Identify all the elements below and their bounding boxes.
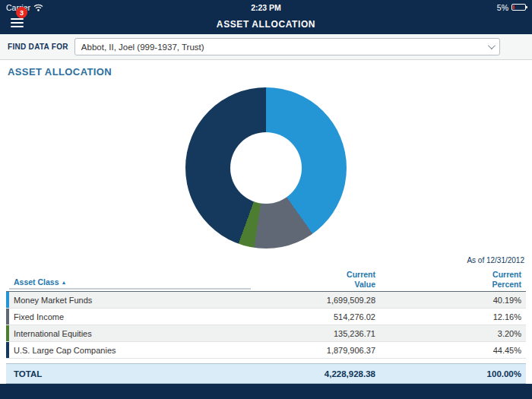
header-current-percent[interactable]: Current Percent [380,270,526,290]
table-row[interactable]: U.S. Large Cap Companies 1,879,906.37 44… [6,342,526,359]
chevron-down-icon [488,42,496,49]
find-data-bar: FIND DATA FOR Abbot, II, Joel (999-1937,… [0,34,532,60]
battery-percent-label: 5% [497,3,508,12]
sort-asc-icon: ▲ [62,280,67,285]
app-screen: Carrier 2:23 PM 5% 3 ASSET ALLOCATION [0,0,532,399]
current-percent-cell: 12.16% [380,309,526,325]
table-row[interactable]: International Equities 135,236.71 3.20% [6,325,526,342]
nav-bar: 3 ASSET ALLOCATION [0,14,532,34]
asset-class-cell: Money Market Funds [9,292,251,308]
total-percent: 100.00% [380,364,526,383]
find-data-label: FIND DATA FOR [8,43,68,51]
table-row[interactable]: Money Market Funds 1,699,509.28 40.19% [6,292,526,309]
section-heading: ASSET ALLOCATION [0,60,532,80]
total-row: TOTAL 4,228,928.38 100.00% [6,363,526,384]
current-percent-cell: 3.20% [380,325,526,341]
current-value-cell: 514,276.02 [251,309,380,325]
table-row[interactable]: Fixed Income 514,276.02 12.16% [6,309,526,325]
table-body: Money Market Funds 1,699,509.28 40.19% F… [6,292,526,359]
wifi-icon [33,4,43,11]
chart-area [0,80,532,256]
header-asset-class[interactable]: Asset Class▲ [9,277,251,290]
status-bar: Carrier 2:23 PM 5% [0,0,532,14]
current-percent-cell: 40.19% [380,292,526,308]
asset-allocation-table: Asset Class▲ Current Value Current Perce… [6,270,526,359]
donut-hole [230,132,302,204]
bottom-bar [0,384,532,399]
total-value: 4,228,928.38 [251,364,380,383]
notification-badge: 3 [16,7,27,18]
battery-icon [511,4,526,11]
status-time: 2:23 PM [251,3,281,12]
header-current-value[interactable]: Current Value [251,270,380,290]
page-title: ASSET ALLOCATION [217,19,315,30]
asset-class-cell: International Equities [9,325,251,341]
account-select-dropdown[interactable]: Abbot, II, Joel (999-1937, Trust) [74,38,500,55]
donut-chart[interactable] [185,87,347,249]
current-value-cell: 1,879,906.37 [251,342,380,358]
current-percent-cell: 44.45% [380,342,526,358]
account-select-value: Abbot, II, Joel (999-1937, Trust) [81,43,204,52]
current-value-cell: 1,699,509.28 [251,292,380,308]
hamburger-menu-button[interactable]: 3 [11,16,30,33]
asset-class-cell: Fixed Income [9,309,251,325]
table-header-row: Asset Class▲ Current Value Current Perce… [6,270,526,292]
current-value-cell: 135,236.71 [251,325,380,341]
asset-class-cell: U.S. Large Cap Companies [9,342,251,358]
top-navy-block: Carrier 2:23 PM 5% 3 ASSET ALLOCATION [0,0,532,34]
total-label: TOTAL [9,364,251,383]
as-of-date: As of 12/31/2012 [0,256,532,268]
